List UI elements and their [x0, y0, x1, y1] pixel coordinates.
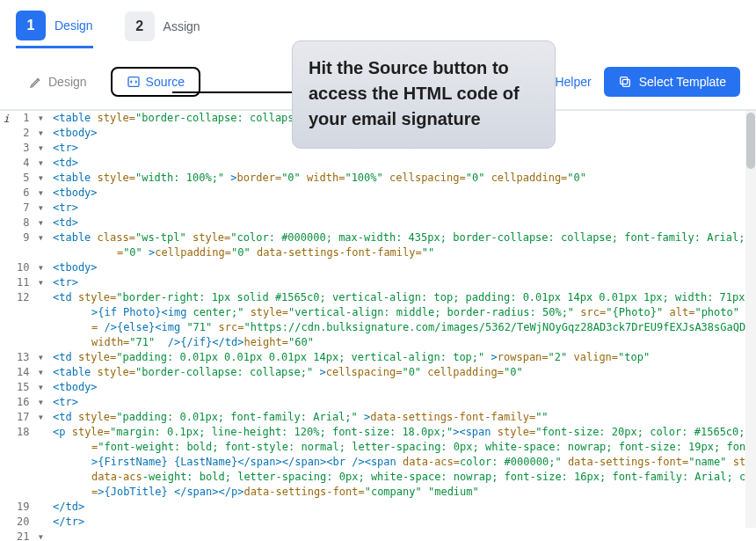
design-view-label: Design [48, 75, 87, 89]
step-design[interactable]: 1 Design [16, 5, 93, 48]
svg-rect-1 [622, 79, 629, 86]
step-assign-label: Assign [164, 19, 200, 33]
select-template-label: Select Template [639, 75, 726, 89]
select-template-button[interactable]: Select Template [604, 67, 740, 97]
step-assign[interactable]: 2 Assign [125, 6, 200, 47]
code-icon [127, 75, 141, 89]
step-design-num: 1 [16, 11, 46, 40]
step-assign-num: 2 [125, 11, 155, 41]
step-design-label: Design [55, 18, 93, 33]
pencil-icon [29, 75, 43, 89]
svg-rect-2 [620, 77, 627, 84]
code-content[interactable]: <table style="border-collapse: collapse;… [46, 111, 756, 528]
gutter-info-icon: i [0, 111, 12, 528]
code-editor[interactable]: i 1 ▾2 ▾3 ▾4 ▾5 ▾6 ▾7 ▾8 ▾9 ▾ 10 ▾11 ▾12… [0, 110, 756, 528]
scrollbar[interactable] [745, 111, 756, 528]
scrollbar-thumb[interactable] [746, 113, 755, 169]
callout-connector [172, 91, 292, 93]
line-gutter: 1 ▾2 ▾3 ▾4 ▾5 ▾6 ▾7 ▾8 ▾9 ▾ 10 ▾11 ▾12 1… [12, 111, 46, 528]
copy-icon [618, 75, 632, 89]
source-view-label: Source [146, 75, 185, 89]
callout-tooltip: Hit the Source button to access the HTML… [292, 40, 556, 149]
design-view-button[interactable]: Design [16, 68, 100, 96]
